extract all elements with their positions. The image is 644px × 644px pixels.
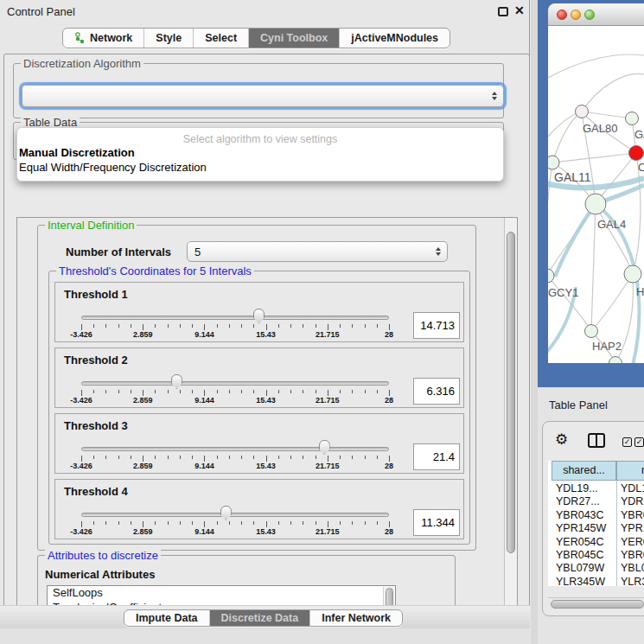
select-all-checkbox-icon[interactable]: ✓ [622,437,632,447]
network-node[interactable] [548,269,554,283]
threshold-slider[interactable]: -3.4262.8599.14415.4321.71528 [81,480,389,540]
slider-thumb[interactable] [171,374,182,389]
tab-network[interactable]: Network [63,29,144,48]
network-node[interactable] [624,265,641,283]
table-row[interactable]: YLR345WYLR3 [548,576,644,586]
slider-tick [168,324,169,328]
network-node[interactable] [548,156,559,169]
cell-shared-name[interactable]: YBR045C [556,549,604,561]
table-horizontal-scrollbar[interactable] [548,597,644,609]
slider-thumb[interactable] [253,309,265,323]
slider-tick-label: -3.426 [70,462,92,470]
slider-tick [131,390,131,393]
slider-tick [253,390,254,393]
table-settings-gear-icon[interactable]: ⚙ [555,432,568,447]
slider-tick [118,390,119,393]
cell-shared-name[interactable]: YBR043C [556,509,604,521]
control-panel-titlebar: Control Panel ✕ [0,0,530,22]
cell-name[interactable]: YER0 [621,536,644,548]
table-body[interactable]: YDL19...YDL1YDR27...YDR2YBR043CYBR0YPR14… [548,481,644,586]
threshold-value-field[interactable]: 14.713 [413,312,460,339]
slider-tick-label: 2.859 [133,330,153,339]
cell-name[interactable]: YPR1 [621,522,644,534]
network-node[interactable] [629,146,644,161]
table-row[interactable]: YDL19...YDL1 [548,482,644,496]
slider-tick [278,390,279,393]
zoom-traffic-light-icon[interactable] [584,10,595,20]
settings-vertical-scrollbar[interactable] [504,218,517,631]
mode-tab-discretize-data[interactable]: Discretize Data [210,610,311,626]
network-node[interactable] [626,112,639,125]
table-column-header-name[interactable]: n [616,461,644,481]
dropdown-option-equal-width-frequency-discretization[interactable]: Equal Width/Frequency Discretization [17,160,503,175]
table-row[interactable]: YER054CYER0 [548,536,644,550]
cell-shared-name[interactable]: YPR145W [556,522,606,534]
threshold-value-field[interactable]: 21.4 [413,443,460,470]
cell-name[interactable]: YDR2 [621,495,644,507]
number-of-intervals-combobox[interactable]: 5 [187,241,448,262]
slider-track[interactable] [81,316,389,320]
table-row[interactable]: YDR27...YDR2 [548,495,644,509]
tab-style[interactable]: Style [144,29,194,48]
network-node[interactable] [585,325,598,338]
slider-tick-label: 21.715 [316,396,340,405]
cell-name[interactable]: YDL1 [621,482,644,494]
network-canvas[interactable]: GAL80GACGAL11GAL4GCY1HHAP2 [548,26,644,363]
settings-scrollbar-thumb[interactable] [507,232,515,553]
dropdown-option-manual-discretization[interactable]: Manual Discretization [17,145,503,160]
slider-tick [328,390,328,396]
network-node[interactable] [576,105,589,118]
cell-shared-name[interactable]: YER054C [556,536,604,548]
table-row[interactable]: YBR043CYBR0 [548,509,644,523]
float-window-icon[interactable] [498,7,508,16]
table-row[interactable]: YPR145WYPR1 [548,522,644,536]
cell-shared-name[interactable]: YDL19... [556,482,598,494]
slider-tick [389,390,390,396]
slider-tick [241,521,242,525]
slider-track[interactable] [81,513,389,517]
network-window-titlebar[interactable] [548,3,644,26]
threshold-slider[interactable]: -3.4262.8599.14415.4321.71528 [81,414,389,475]
threshold-slider[interactable]: -3.4262.8599.14415.4321.71528 [81,283,389,343]
cell-shared-name[interactable]: YLR345W [556,576,605,586]
close-icon[interactable]: ✕ [514,3,525,17]
network-node[interactable] [609,357,622,364]
slider-thumb[interactable] [319,440,330,455]
table-column-header-shared-name[interactable]: shared... [552,461,616,481]
slider-track[interactable] [81,381,389,386]
slider-tick [316,390,316,393]
cell-shared-name[interactable]: YBL079W [556,562,604,574]
close-traffic-light-icon[interactable] [557,10,567,20]
attribute-item-selfloops[interactable]: SelfLoops [48,586,395,601]
panel-divider[interactable] [531,0,538,644]
threshold-slider[interactable]: -3.4262.8599.14415.4321.71528 [81,348,389,409]
table-row[interactable]: YBR045CYBR0 [548,549,644,563]
threshold-coordinates-group: Threshold's Coordinates for 5 Intervals … [48,271,470,545]
slider-tick-label: 28 [385,527,393,536]
select-none-checkbox-icon[interactable]: ✓ [634,437,644,447]
threshold-value-field[interactable]: 11.344 [413,509,460,536]
mode-tab-infer-network[interactable]: Infer Network [310,610,402,626]
cell-shared-name[interactable]: YDR27... [556,495,600,507]
slider-track[interactable] [81,447,389,451]
table-row[interactable]: YBL079WYBL0 [548,562,644,576]
network-node[interactable] [585,194,606,214]
cell-name[interactable]: YBR0 [621,549,644,561]
slider-tick-label: 15.43 [256,330,276,339]
screenshot-stage: Control Panel ✕ NetworkStyleSelectCyni T… [0,0,644,644]
hscroll-thumb[interactable] [551,600,644,609]
tab-select[interactable]: Select [194,29,249,48]
cell-name[interactable]: YBL0 [621,562,644,574]
slider-tick-label: 9.144 [194,462,214,470]
tab-jactivemnodules[interactable]: jActiveMNodules [340,29,450,48]
minimize-traffic-light-icon[interactable] [571,10,581,20]
tab-cyni-toolbox[interactable]: Cyni Toolbox [249,29,340,48]
slider-tick-label: 2.859 [133,462,153,470]
cell-name[interactable]: YBR0 [621,509,644,521]
slider-thumb[interactable] [220,506,232,520]
column-layout-icon[interactable] [588,433,605,448]
cell-name[interactable]: YLR3 [621,576,644,586]
algorithm-combobox[interactable] [22,85,504,107]
mode-tab-impute-data[interactable]: Impute Data [124,610,210,626]
threshold-value-field[interactable]: 6.316 [413,378,460,405]
